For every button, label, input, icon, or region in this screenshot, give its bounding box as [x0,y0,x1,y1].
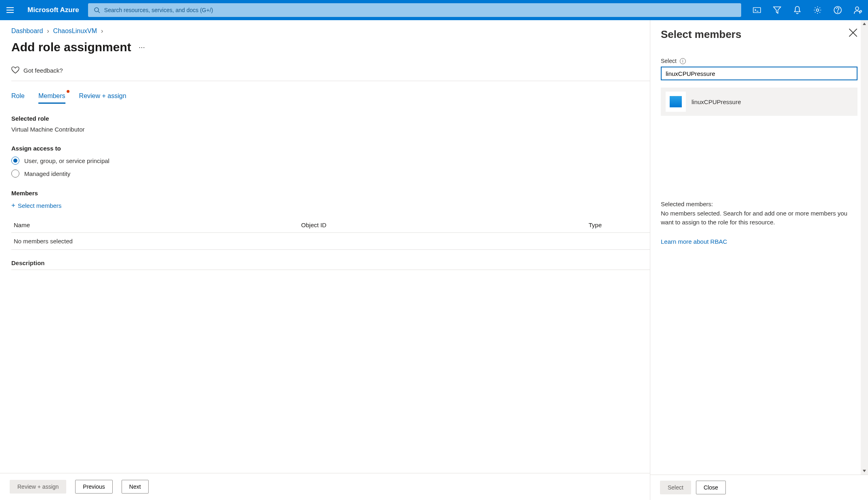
search-icon [94,7,100,13]
cloud-shell-icon [753,7,761,13]
filter-icon [773,6,781,14]
plus-icon: + [11,201,15,209]
review-assign-button[interactable]: Review + assign [10,480,66,494]
account-button[interactable] [848,0,868,20]
svg-point-11 [855,7,859,10]
help-button[interactable] [828,0,848,20]
radio-label: User, group, or service principal [24,157,109,164]
brand-label[interactable]: Microsoft Azure [20,6,88,14]
info-icon[interactable]: i [680,58,686,64]
svg-point-3 [95,8,99,12]
svg-marker-7 [773,7,781,13]
close-icon[interactable] [849,28,857,37]
page-title: Add role assignment [11,40,131,54]
select-search-input[interactable] [661,67,857,80]
directory-filter-button[interactable] [767,0,787,20]
feedback-label: Got feedback? [23,67,63,74]
col-name: Name [11,218,299,233]
col-object-id: Object ID [299,218,586,233]
radio-label: Managed identity [24,170,70,177]
account-icon [853,6,862,14]
global-search[interactable]: Search resources, services, and docs (G+… [88,3,741,17]
selected-members-note: No members selected. Search for and add … [661,209,857,227]
svg-point-12 [860,10,862,12]
help-icon [834,6,842,14]
panel-select-button[interactable]: Select [660,481,691,494]
select-label: Select [661,58,677,64]
previous-button[interactable]: Previous [75,480,112,494]
breadcrumb-resource[interactable]: ChaosLinuxVM [53,27,97,35]
scrollbar[interactable] [861,20,868,475]
result-name: linuxCPUPressure [691,98,741,105]
svg-line-4 [98,11,100,13]
chevron-right-icon: › [47,27,49,35]
cloud-shell-button[interactable] [747,0,767,20]
next-button[interactable]: Next [122,480,149,494]
result-icon [666,92,686,112]
learn-more-link[interactable]: Learn more about RBAC [661,238,857,245]
svg-rect-5 [753,8,761,13]
hamburger-icon [6,7,14,13]
bell-icon [794,6,801,14]
tab-indicator-dot [67,90,69,93]
svg-marker-15 [863,23,866,25]
hamburger-menu[interactable] [0,0,20,20]
selected-members-label: Selected members: [661,201,857,207]
tab-role[interactable]: Role [11,92,25,103]
result-item[interactable]: linuxCPUPressure [661,88,857,116]
radio-icon [11,157,19,165]
svg-marker-16 [863,470,866,472]
tab-members[interactable]: Members [38,92,65,103]
global-search-placeholder: Search resources, services, and docs (G+… [104,7,213,13]
gear-icon [813,6,822,14]
chevron-right-icon: › [101,27,103,35]
tab-review[interactable]: Review + assign [79,92,126,103]
more-menu[interactable]: ⋯ [139,44,146,51]
scroll-down-icon[interactable] [862,468,867,474]
radio-icon [11,169,19,178]
notifications-button[interactable] [787,0,807,20]
panel-close-button[interactable]: Close [696,481,726,494]
select-members-panel: Select members Select i linuxCPUPressure… [650,20,868,500]
svg-point-8 [816,9,819,11]
breadcrumb-dashboard[interactable]: Dashboard [11,27,43,35]
panel-title: Select members [661,28,741,41]
svg-point-10 [837,12,838,12]
heart-icon [11,66,19,74]
scroll-up-icon[interactable] [862,21,867,27]
settings-button[interactable] [807,0,828,20]
